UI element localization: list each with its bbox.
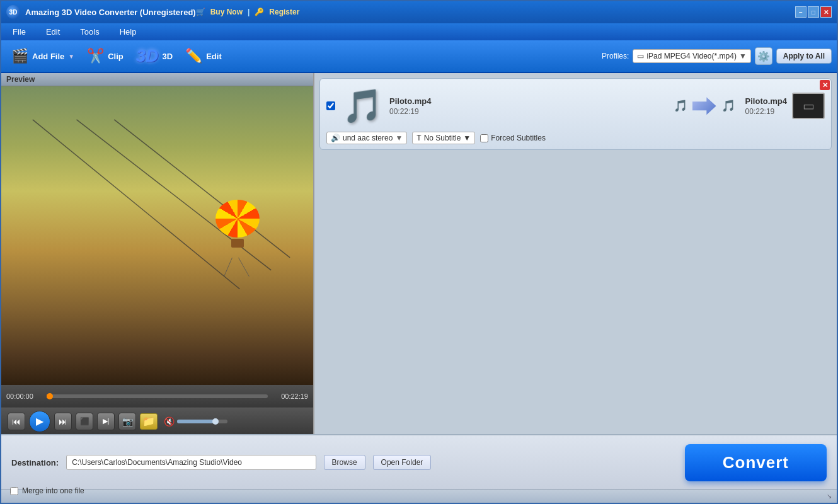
profiles-area: Profiles: ▭ iPad MPEG4 Video(*.mp4) ▼ ⚙️… bbox=[602, 47, 832, 65]
register-link[interactable]: Register bbox=[269, 8, 299, 16]
add-file-button[interactable]: 🎬 Add File ▼ bbox=[6, 45, 79, 67]
convert-arrow-area: 🎵 🎵 bbox=[669, 97, 740, 115]
seek-bar[interactable] bbox=[47, 394, 268, 398]
volume-fill bbox=[177, 420, 215, 423]
app-title: Amazing 3D Video Converter (Unregistered… bbox=[25, 8, 196, 17]
seek-bar-container[interactable] bbox=[47, 394, 268, 398]
merge-label: Merge into one file bbox=[22, 486, 84, 495]
source-format-icon: 🎵 bbox=[674, 99, 687, 113]
add-file-dropdown-arrow[interactable]: ▼ bbox=[68, 53, 74, 60]
profile-screen-icon: ▭ bbox=[637, 52, 644, 60]
volume-area: 🔇 bbox=[164, 416, 227, 427]
open-folder-button[interactable]: Open Folder bbox=[373, 455, 432, 470]
audio-track-value: und aac stereo bbox=[343, 134, 393, 142]
cart-icon: 🛒 bbox=[196, 8, 205, 16]
file-list-panel: ✕ 🎵 Piloto.mp4 00:22:19 🎵 🎵 bbox=[314, 73, 837, 434]
titlebar: 3D Amazing 3D Video Converter (Unregiste… bbox=[1, 1, 837, 23]
3d-button[interactable]: 3D 3D bbox=[131, 43, 178, 69]
merge-area: Merge into one file bbox=[10, 486, 84, 495]
menu-file[interactable]: File bbox=[9, 26, 30, 38]
audio-icon: 🔊 bbox=[331, 134, 340, 142]
edit-icon: ✏️ bbox=[185, 48, 202, 64]
forced-subtitles-label: Forced Subtitles bbox=[491, 134, 546, 142]
seek-thumb[interactable] bbox=[47, 393, 53, 399]
bottom-bar: Destination: Browse Open Folder Merge in… bbox=[1, 434, 837, 489]
source-duration: 00:22:19 bbox=[389, 107, 663, 116]
remove-file-button[interactable]: ✕ bbox=[820, 80, 830, 90]
menubar: File Edit Tools Help bbox=[1, 23, 837, 40]
clip-label: Clip bbox=[108, 52, 123, 61]
window-controls: − □ ✕ bbox=[795, 6, 832, 18]
folder-button[interactable]: 📁 bbox=[140, 413, 158, 430]
file-checkbox[interactable] bbox=[326, 101, 335, 110]
main-area: Preview 00:00:00 bbox=[1, 73, 837, 434]
close-button[interactable]: ✕ bbox=[820, 6, 832, 18]
convert-arrow-icon bbox=[692, 97, 716, 115]
maximize-button[interactable]: □ bbox=[808, 6, 819, 18]
snapshot-button[interactable]: 📷 bbox=[118, 413, 136, 430]
3d-label: 3D bbox=[163, 52, 173, 61]
add-file-icon: 🎬 bbox=[11, 48, 28, 64]
audio-dropdown-arrow: ▼ bbox=[395, 134, 403, 142]
divider: | bbox=[248, 8, 250, 16]
clip-icon: ✂️ bbox=[87, 48, 104, 64]
profile-value: iPad MPEG4 Video(*.mp4) bbox=[646, 52, 737, 60]
apply-to-all-button[interactable]: Apply to All bbox=[776, 49, 832, 64]
volume-bar[interactable] bbox=[177, 420, 227, 423]
edit-button[interactable]: ✏️ Edit bbox=[180, 45, 227, 67]
file-source-info: Piloto.mp4 00:22:19 bbox=[389, 96, 663, 116]
music-note-icon: 🎵 bbox=[342, 87, 383, 125]
settings-button[interactable]: ⚙️ bbox=[755, 47, 772, 65]
playback-controls: ⏮ ▶ ⏭ ⬛ ▶| 📷 📁 🔇 bbox=[1, 408, 313, 434]
buy-now-link[interactable]: Buy Now bbox=[210, 8, 243, 16]
status-text: ↘ bbox=[827, 493, 832, 500]
preview-label: Preview bbox=[1, 73, 313, 86]
menu-edit[interactable]: Edit bbox=[42, 26, 64, 38]
register-icon: 🔑 bbox=[255, 8, 264, 16]
dest-format-icon: 🎵 bbox=[721, 99, 735, 113]
forced-subtitles-area: Forced Subtitles bbox=[480, 134, 546, 142]
merge-checkbox[interactable] bbox=[10, 487, 18, 495]
output-preview-thumb: ▭ bbox=[792, 93, 825, 119]
destination-label: Destination: bbox=[11, 458, 59, 467]
svg-line-2 bbox=[114, 120, 290, 258]
profile-select[interactable]: ▭ iPad MPEG4 Video(*.mp4) ▼ bbox=[633, 49, 750, 63]
fast-forward-button[interactable]: ⏭ bbox=[54, 413, 72, 430]
menu-tools[interactable]: Tools bbox=[76, 26, 103, 38]
balloon-graphic bbox=[215, 200, 260, 250]
menu-help[interactable]: Help bbox=[116, 26, 141, 38]
svg-line-0 bbox=[33, 120, 240, 289]
output-filename: Piloto.mp4 bbox=[745, 96, 787, 106]
toolbar: 🎬 Add File ▼ ✂️ Clip 3D 3D ✏️ Edit Profi… bbox=[1, 40, 837, 73]
stop-button[interactable]: ⬛ bbox=[76, 413, 93, 430]
next-frame-button[interactable]: ▶| bbox=[97, 413, 115, 430]
status-bar: ↘ bbox=[1, 490, 837, 503]
forced-subtitles-checkbox[interactable] bbox=[480, 134, 488, 142]
time-end: 00:22:19 bbox=[270, 392, 308, 400]
output-duration: 00:22:19 bbox=[745, 107, 787, 116]
profiles-label: Profiles: bbox=[602, 52, 629, 60]
music-icon-wrap: 🎵 bbox=[340, 84, 384, 128]
clip-button[interactable]: ✂️ Clip bbox=[82, 45, 129, 67]
audio-track-select[interactable]: 🔊 und aac stereo ▼ bbox=[326, 132, 407, 144]
thumb-content: ▭ bbox=[803, 98, 815, 113]
subtitle-value: No Subtitle bbox=[424, 134, 461, 142]
convert-button[interactable]: Convert bbox=[685, 444, 827, 481]
svg-line-3 bbox=[224, 258, 232, 277]
add-file-label: Add File bbox=[32, 52, 64, 61]
video-frame bbox=[1, 86, 313, 385]
svg-line-4 bbox=[238, 258, 249, 277]
subtitle-select[interactable]: T No Subtitle ▼ bbox=[412, 132, 475, 144]
rewind-button[interactable]: ⏮ bbox=[8, 413, 25, 430]
minimize-button[interactable]: − bbox=[795, 6, 806, 18]
file-card-bottom: 🔊 und aac stereo ▼ T No Subtitle ▼ Force… bbox=[326, 132, 825, 144]
play-button[interactable]: ▶ bbox=[29, 411, 50, 432]
destination-input[interactable] bbox=[66, 455, 316, 470]
subtitle-dropdown-arrow: ▼ bbox=[463, 134, 471, 142]
subtitle-icon: T bbox=[416, 134, 421, 142]
gear-icon: ⚙️ bbox=[757, 50, 770, 62]
preview-panel: Preview 00:00:00 bbox=[1, 73, 314, 434]
3d-icon: 3D bbox=[136, 46, 159, 66]
browse-button[interactable]: Browse bbox=[324, 455, 365, 470]
volume-thumb[interactable] bbox=[212, 418, 219, 425]
